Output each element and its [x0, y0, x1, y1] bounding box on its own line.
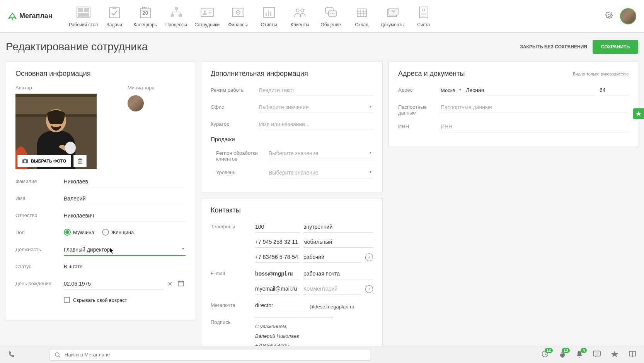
level-select[interactable]	[269, 167, 373, 178]
nav-label: Клиенты	[291, 22, 309, 27]
nav-chat[interactable]: Общение	[315, 3, 346, 29]
svg-rect-2	[84, 8, 89, 12]
finance-icon	[230, 5, 246, 20]
activity-icon[interactable]: 12	[541, 350, 549, 359]
email-input[interactable]	[255, 268, 300, 279]
inn-input[interactable]	[441, 121, 629, 132]
desktop-icon	[75, 5, 92, 20]
documents-icon	[385, 5, 401, 20]
svg-rect-5	[112, 7, 116, 9]
add-phone-button[interactable]: +	[365, 253, 373, 261]
phone-type-input[interactable]	[303, 252, 361, 263]
lastname-input[interactable]	[64, 176, 186, 187]
email-input[interactable]	[255, 283, 300, 295]
street-input[interactable]	[466, 85, 596, 96]
city-select[interactable]: Москв	[441, 85, 462, 96]
phone-input[interactable]	[255, 221, 300, 233]
favorites-icon[interactable]	[611, 350, 618, 359]
patronymic-input[interactable]	[64, 210, 186, 221]
radio-off-icon	[102, 229, 109, 236]
employees-icon	[199, 5, 215, 20]
mode-input[interactable]	[259, 85, 373, 96]
card-title: Контакты	[211, 206, 373, 214]
visibility-hint: Видно только руководителю	[573, 72, 629, 76]
office-select[interactable]	[259, 102, 373, 113]
basic-info-card: Основная информация Аватар	[6, 62, 195, 320]
position-select[interactable]	[64, 244, 186, 256]
nav-label: Процессы	[165, 22, 187, 27]
miniature-photo[interactable]	[128, 95, 144, 111]
card-title: Дополнительная информация	[211, 70, 373, 78]
svg-rect-72	[593, 351, 600, 356]
megamail-input[interactable]	[255, 300, 305, 311]
city-value: Москв	[441, 87, 455, 93]
nav-processes[interactable]: Процессы	[161, 3, 192, 29]
avatar-label: Аватар	[15, 85, 97, 91]
add-email-button[interactable]: +	[365, 285, 373, 293]
logo-text: Мегаплан	[19, 12, 53, 20]
fire-icon[interactable]: 13	[559, 350, 566, 359]
nav-invoices[interactable]: Счета	[408, 3, 439, 29]
nav-employees[interactable]: Сотрудники	[192, 3, 223, 29]
search-icon	[55, 352, 61, 358]
nav-label: Рабочий стол	[69, 22, 98, 27]
passport-input[interactable]	[441, 102, 629, 113]
nav-documents[interactable]: Документы	[377, 3, 408, 29]
svg-point-69	[55, 353, 59, 356]
save-button[interactable]: СОХРАНИТЬ	[593, 40, 638, 54]
library-icon[interactable]	[629, 351, 636, 359]
radio-label: Мужчина	[73, 229, 94, 235]
region-select[interactable]	[269, 148, 373, 159]
hide-age-checkbox[interactable]: Скрывать свой возраст	[64, 295, 186, 303]
email-type-input[interactable]	[303, 268, 373, 279]
calendar-picker-icon[interactable]	[176, 279, 186, 289]
nav-desktop[interactable]: Рабочий стол	[68, 3, 99, 29]
gender-female-radio[interactable]: Женщина	[102, 229, 134, 236]
phone-type-input[interactable]	[303, 221, 373, 233]
phone-input[interactable]	[255, 252, 300, 263]
nav-warehouse[interactable]: Склад	[346, 3, 377, 29]
inn-label: ИНН	[398, 121, 441, 129]
delete-photo-button[interactable]	[73, 155, 87, 167]
birthday-input[interactable]	[64, 278, 164, 289]
search-input[interactable]	[65, 352, 365, 358]
nav-label: Задачи	[107, 22, 122, 27]
search-bar[interactable]	[49, 349, 370, 361]
firstname-input[interactable]	[64, 193, 186, 204]
calendar-day: 20	[137, 10, 153, 16]
birthday-label: День рождения	[15, 278, 64, 286]
bell-icon[interactable]: 4	[576, 350, 583, 359]
gear-icon[interactable]	[605, 12, 613, 21]
user-avatar[interactable]	[620, 8, 636, 24]
feedback-flag[interactable]	[633, 108, 644, 119]
svg-point-55	[65, 142, 76, 154]
svg-rect-10	[175, 7, 178, 10]
messages-icon[interactable]	[593, 351, 601, 359]
curator-input[interactable]	[259, 119, 373, 130]
choose-photo-button[interactable]: ВЫБРАТЬ ФОТО	[17, 155, 71, 167]
house-input[interactable]	[600, 85, 629, 96]
phone-type-input[interactable]	[303, 236, 373, 248]
email-comment-input[interactable]	[303, 283, 361, 295]
address-label: Адрес	[398, 85, 441, 93]
cancel-button[interactable]: ЗАКРЫТЬ БЕЗ СОХРАНЕНИЯ	[520, 44, 587, 50]
gender-male-radio[interactable]: Мужчина	[64, 229, 94, 236]
logo[interactable]: Мегаплан	[8, 12, 53, 21]
page-title: Редактирование сотрудника	[6, 41, 148, 53]
nav-tasks[interactable]: Задачи	[99, 3, 130, 29]
svg-rect-3	[78, 13, 89, 17]
phone-icon[interactable]	[8, 351, 15, 359]
clear-date-icon[interactable]: ✕	[166, 279, 174, 289]
lastname-label: Фамилия	[15, 176, 64, 184]
patronymic-label: Отчество	[15, 210, 64, 218]
phone-input[interactable]	[255, 236, 300, 248]
megamail-domain: @desc.megaplan.ru	[309, 301, 354, 310]
nav-reports[interactable]: Отчёты	[254, 3, 285, 29]
nav-label: Склад	[355, 22, 368, 27]
nav-finance[interactable]: Финансы	[223, 3, 254, 29]
signature-divider	[255, 317, 332, 317]
miniature-label: Миниатюра	[128, 85, 155, 91]
badge-count: 4	[581, 348, 587, 353]
nav-clients[interactable]: Клиенты	[285, 3, 315, 29]
nav-calendar[interactable]: май20 Календарь	[130, 3, 161, 29]
